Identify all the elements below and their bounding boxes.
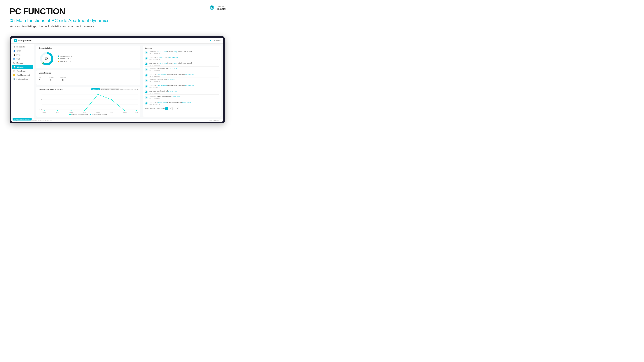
sidebar-label-device: Device (16, 54, 22, 56)
device-frame: W WisApartment 1116761858 ⊞ Room status … (10, 36, 225, 123)
sidebar-label-tenant: Tenant (16, 50, 21, 52)
sidebar-item-staff[interactable]: 👥 Staff › (11, 57, 34, 61)
page-title: PC FUNCTION (10, 6, 225, 16)
sidebar-item-system-settings[interactable]: ⚙️ System settings (11, 77, 34, 81)
lock-stat-low-power-value: 0 (48, 78, 54, 82)
card-management-arrow-icon: › (31, 74, 32, 76)
msg-text-5: 1116761858 in A-A1-1F-A105 associated Co… (149, 73, 219, 75)
msg-content-8: 1116761858 add Bluetooth lock A-A1-1F-A1… (149, 90, 219, 94)
svg-point-22 (124, 110, 126, 111)
msg-text-1: 1116761858 at A-A1-1F-A101 for tenant su… (149, 51, 219, 53)
daily-auth-title: Daily authorization statistics (39, 88, 63, 90)
msg-avatar-10 (144, 101, 148, 105)
legend-label-users: Number of authorized users (92, 114, 108, 115)
app-user-id: 1116761858 (212, 40, 220, 41)
lock-stats-row: Total 1 low power 0 Abnormal 0 (39, 75, 138, 83)
msg-text-8: 1116761858 add Bluetooth lock A-A1-1F-A1… (149, 90, 219, 92)
msg-time-4: 2024-11-01 20:46:26 (149, 70, 219, 71)
svg-text:2: 2 (41, 93, 42, 95)
sidebar-label-message: Message (16, 62, 23, 64)
app-logo: W WisApartment (14, 39, 32, 42)
msg-time-3: 2024-11-01 21:20:52 (149, 64, 219, 66)
tenant-arrow-icon: › (31, 50, 32, 52)
device-screen: W WisApartment 1116761858 ⊞ Room status … (11, 38, 223, 122)
page-header: PC FUNCTION 05-Main functions of PC side… (0, 0, 234, 36)
sidebar-label-system-settings: System settings (16, 78, 28, 80)
legend-dot-rented (58, 58, 59, 59)
msg-time-9: 2024-11-01 16:25:52 (149, 98, 219, 99)
msg-content-1: 1116761858 at A-A1-1F-A101 for tenant su… (149, 51, 219, 54)
lock-stat-abnormal-value: 0 (60, 78, 66, 82)
lock-stat-low-power-label: low power (48, 77, 54, 78)
message-item-4: 1116761858 add Bluetooth lock A-A1-1F-A1… (144, 67, 219, 72)
message-item-7: 1116761858 in A-A1-1F-A101 associated Co… (144, 84, 219, 89)
sidebar-item-statistics[interactable]: 📊 Statistics (12, 65, 33, 69)
app-logo-icon: W (14, 39, 17, 42)
page-btn-3[interactable]: 3 (172, 107, 175, 110)
legend-value-expired: 0 (70, 60, 74, 62)
legend-vacant: Vacant60.75% 79 (58, 55, 74, 57)
chart-legend-rooms: Number of authorized rooms (70, 114, 88, 115)
lock-stat-total: Total 1 (39, 77, 42, 82)
msg-time-6: 2024-11-01 18:27:22 (149, 81, 219, 82)
svg-text:1.5: 1.5 (40, 99, 42, 100)
sidebar-item-card-management[interactable]: 💳 Card Management › (11, 73, 34, 77)
svg-text:10-28: 10-28 (70, 112, 72, 113)
legend-label-rented: Rented1.25% (60, 58, 69, 59)
donut-chart: Total 80 (39, 51, 55, 67)
msg-text-4: 1116761858 add Bluetooth lock A-A1-1F-A1… (149, 68, 219, 70)
app-body: ⊞ Room status 👤 Tenant › 📱 Device › 👥 St… (11, 44, 223, 119)
svg-text:10-26: 10-26 (42, 112, 46, 113)
svg-text:10-31: 10-31 (110, 112, 113, 113)
svg-point-17 (57, 110, 58, 111)
svg-text:11-01: 11-01 (123, 112, 126, 113)
sidebar-item-device[interactable]: 📱 Device › (11, 53, 34, 57)
pagination: 10 items per page, 21 items in total 1 2… (144, 107, 219, 110)
legend-value-rented: 1 (70, 58, 74, 59)
message-item-3: 1116761858 at A-A1-1F-A101 for tenant su… (144, 62, 219, 67)
filter-90days[interactable]: Last 90 days (110, 88, 120, 90)
msg-avatar-9 (144, 96, 148, 99)
chart-legend-users: Number of authorized users (90, 114, 108, 115)
sidebar-label-card-management: Card Management (16, 74, 30, 76)
legend-dot-expired (58, 61, 59, 62)
staff-icon: 👥 (13, 58, 16, 60)
msg-content-9: 1116761858 delete Combination lock A-A1-… (149, 96, 219, 99)
legend-label-rooms: Number of authorized rooms (71, 114, 88, 115)
message-item-1: 1116761858 at A-A1-1F-A101 for tenant su… (144, 50, 219, 55)
message-item-5: 1116761858 in A-A1-1F-A105 associated Co… (144, 73, 219, 78)
legend-dot-vacant (58, 55, 59, 57)
message-list: 1116761858 at A-A1-1F-A101 for tenant su… (144, 50, 219, 106)
logo-text: kaisstar (217, 7, 226, 10)
page-btn-1[interactable]: 1 (165, 107, 168, 110)
page-btn-2[interactable]: 2 (169, 107, 172, 110)
sidebar-item-tenant[interactable]: 👤 Tenant › (11, 49, 34, 53)
filter-30days[interactable]: Last 30 days (100, 88, 110, 90)
svg-text:10-27: 10-27 (56, 112, 59, 113)
sidebar-item-query-report[interactable]: 📋 Query Report (11, 69, 34, 73)
svg-point-21 (111, 99, 112, 100)
calendar-icon[interactable]: 📅 (136, 89, 138, 90)
message-item-6: 1116761858 add Power switch A1-1F-A101 2… (144, 78, 219, 83)
lock-stat-total-label: Total (39, 77, 42, 78)
room-status-icon: ⊞ (13, 46, 16, 48)
tenant-icon: 👤 (13, 50, 16, 52)
room-legend: Vacant60.75% 79 Rented1.25% 1 (58, 55, 74, 62)
svg-text:10-28: 10-28 (83, 112, 86, 113)
sidebar-item-room-status[interactable]: ⊞ Room status (11, 45, 34, 49)
page-subtitle: 05-Main functions of PC side Apartment d… (10, 18, 225, 23)
sidebar-item-message[interactable]: 💬 Message › (11, 61, 34, 65)
app-header: W WisApartment 1116761858 (11, 38, 223, 44)
page-description: You can view listings, door lock statist… (10, 25, 225, 28)
filter-7days[interactable]: Last 7 days (91, 88, 100, 90)
date-range: 2024-10-26 — 2024-11-02 📅 (120, 89, 138, 90)
donut-total-value: 80 (45, 58, 48, 61)
page-btn-next[interactable]: › (176, 107, 179, 110)
donut-center: Total 80 (45, 56, 48, 61)
msg-avatar-1 (144, 51, 148, 54)
main-content: Room statistics (34, 44, 223, 119)
svg-text:11-02: 11-02 (135, 112, 138, 113)
app-name: WisApartment (18, 39, 32, 42)
offline-card-button[interactable]: Read offline card information (12, 118, 32, 120)
app-user: 1116761858 (210, 40, 220, 41)
